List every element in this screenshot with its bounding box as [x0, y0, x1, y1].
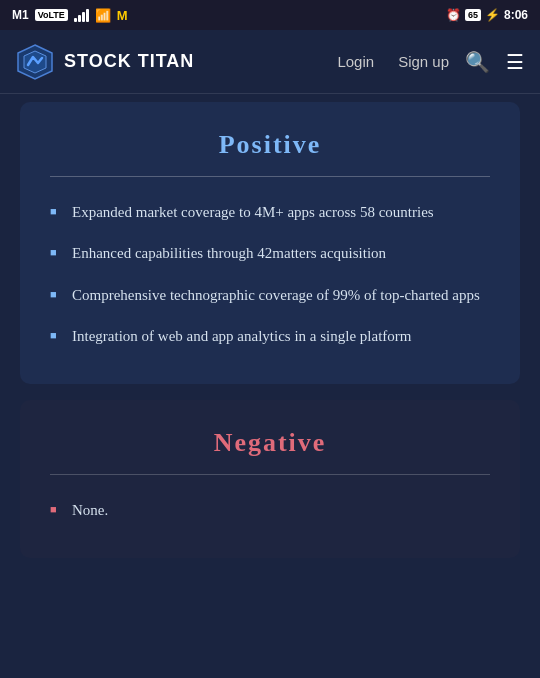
logo-area: STOCK TITAN [16, 43, 337, 81]
nav-links: Login Sign up [337, 53, 449, 70]
negative-bullet-list: None. [50, 499, 490, 522]
volte-badge: VoLTE [35, 9, 68, 21]
time-display: 8:06 [504, 8, 528, 22]
navbar: STOCK TITAN Login Sign up 🔍 ☰ [0, 30, 540, 94]
list-item: Integration of web and app analytics in … [50, 325, 490, 348]
charging-icon: ⚡ [485, 8, 500, 22]
negative-section: Negative None. [20, 400, 520, 558]
bar3 [82, 12, 85, 22]
status-right: ⏰ 65 ⚡ 8:06 [446, 8, 528, 22]
list-item: None. [50, 499, 490, 522]
mcdonalds-icon: M [117, 8, 128, 23]
search-button[interactable]: 🔍 [465, 50, 490, 74]
bar1 [74, 18, 77, 22]
battery-badge: 65 [465, 9, 481, 21]
wifi-icon: 📶 [95, 8, 111, 23]
positive-section: Positive Expanded market coverage to 4M+… [20, 102, 520, 384]
bar4 [86, 9, 89, 22]
list-item: Enhanced capabilities through 42matters … [50, 242, 490, 265]
login-link[interactable]: Login [337, 53, 374, 70]
list-item: Comprehensive technographic coverage of … [50, 284, 490, 307]
list-item: Expanded market coverage to 4M+ apps acr… [50, 201, 490, 224]
positive-title: Positive [50, 130, 490, 160]
search-icon: 🔍 [465, 50, 490, 74]
status-bar: M1 VoLTE 📶 M ⏰ 65 ⚡ 8:06 [0, 0, 540, 30]
carrier-label: M1 [12, 8, 29, 22]
svg-marker-1 [24, 51, 46, 73]
signup-link[interactable]: Sign up [398, 53, 449, 70]
logo-icon [16, 43, 54, 81]
negative-title: Negative [50, 428, 490, 458]
signal-bars-icon [74, 8, 89, 22]
logo-text: STOCK TITAN [64, 51, 194, 72]
bar2 [78, 15, 81, 22]
negative-divider [50, 474, 490, 475]
negative-title-text: Negative [214, 428, 327, 457]
positive-divider [50, 176, 490, 177]
status-left: M1 VoLTE 📶 M [12, 8, 128, 23]
hamburger-icon: ☰ [506, 50, 524, 74]
alarm-icon: ⏰ [446, 8, 461, 22]
positive-bullet-list: Expanded market coverage to 4M+ apps acr… [50, 201, 490, 348]
positive-title-text: Positive [219, 130, 322, 159]
menu-button[interactable]: ☰ [506, 50, 524, 74]
main-content: Positive Expanded market coverage to 4M+… [0, 102, 540, 578]
nav-icons: 🔍 ☰ [465, 50, 524, 74]
